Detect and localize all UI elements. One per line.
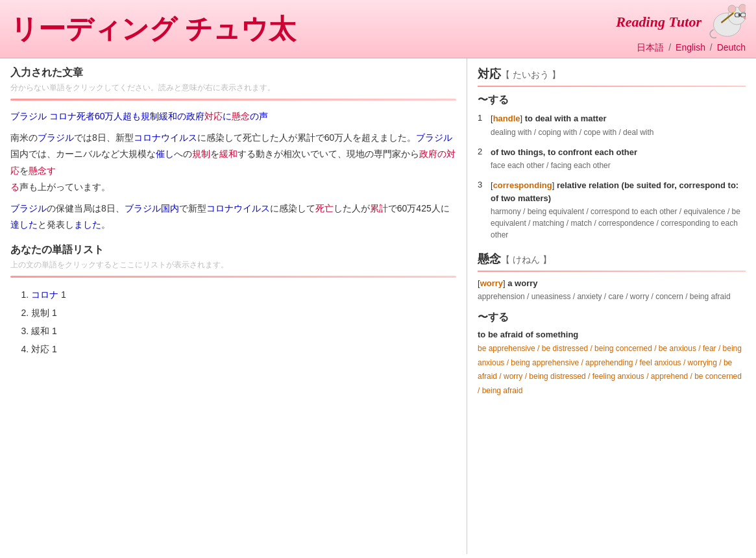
kisei-link-1[interactable]: 規制 (192, 149, 210, 159)
brazil-kounai-link[interactable]: ブラジル国内 (125, 203, 179, 213)
keyword-handle: handle (493, 114, 520, 123)
tasshita-link[interactable]: 達した (10, 219, 38, 230)
list-item: 緩和 1 (31, 322, 456, 340)
lang-german-link[interactable]: Deutch (717, 42, 746, 53)
kenen-simple-synonyms: apprehension / uneasiness / anxiety / ca… (478, 291, 746, 303)
article-headline: ブラジル コロナ死者60万人超も規制緩和の政府対応に懸念の声 (10, 108, 456, 125)
input-section-title: 入力された文章 (10, 66, 456, 80)
main-container: 入力された文章 分からない単語をクリックしてください。読みと意味が右に表示されま… (0, 58, 756, 554)
word-list-hint: 上の文の単語をクリックするとここにリストが表示されます。 (10, 260, 456, 271)
def-content-1: [handle] to deal with a matter dealing w… (491, 112, 746, 138)
def-syn-3: harmony / being equivalent / correspond … (491, 206, 746, 241)
def-main-3: [corresponding] relative relation (be su… (491, 179, 746, 204)
kenen-simple-def-text: a worry (507, 278, 537, 288)
corona-link-2[interactable]: コロナウイルス (206, 203, 270, 213)
word-list-section: あなたの単語リスト 上の文の単語をクリックするとここにリストが表示されます。 コ… (10, 243, 456, 358)
brand-area: Reading Tutor (616, 4, 746, 40)
brand-text: Reading Tutor (616, 14, 701, 30)
list-item: 対応 1 (31, 340, 456, 358)
kenen-suru-def-bold: to be afraid of something (478, 330, 746, 339)
entry-taiou-header: 対応【 たいおう 】 (478, 66, 746, 82)
lang-sep-2: / (710, 42, 715, 53)
kenen-link-headline[interactable]: 懸念 (232, 111, 250, 121)
list-item: 規制 1 (31, 304, 456, 322)
brazil-link-1[interactable]: ブラジル (38, 132, 74, 143)
keyword-corresponding: corresponding (493, 180, 552, 190)
def-item-1: 1 [handle] to deal with a matter dealing… (478, 112, 746, 138)
def-bold-1: to deal with a matter (525, 114, 607, 123)
right-panel: 対応【 たいおう 】 〜する 1 [handle] to deal with a… (467, 58, 756, 554)
article-para-1: 南米のブラジルでは8日、新型コロナウイルスに感染して死亡した人が累計で60万人を… (10, 130, 456, 195)
article-text: ブラジル コロナ死者60万人超も規制緩和の政府対応に懸念の声 南米のブラジルでは… (10, 108, 456, 233)
article-headline-link[interactable]: ブラジル コロナ死者60万人超も規制緩和の政府対応に懸念の声 (10, 111, 268, 121)
taiou-link-headline[interactable]: 対応 (204, 111, 223, 121)
def-syn-2: face each other / facing each other (491, 160, 746, 171)
def-content-3: [corresponding] relative relation (be su… (491, 179, 746, 241)
ruikei-link[interactable]: 累計 (370, 203, 388, 213)
lang-english-link[interactable]: English (676, 42, 705, 53)
svg-point-2 (728, 5, 736, 13)
reading-tutor-mascot-icon (707, 4, 746, 40)
def-num-3: 3 (478, 179, 487, 241)
keyword-worry: worry (480, 278, 503, 288)
brazil-link-2[interactable]: ブラジル (416, 132, 452, 143)
kanwa-link-1[interactable]: 緩和 (219, 149, 238, 159)
def-syn-1: dealing with / coping with / cope with /… (491, 127, 746, 138)
corona-link-1[interactable]: コロナウイルス (134, 132, 197, 143)
moyoshi-link[interactable]: 催し (156, 149, 174, 159)
kenen-suru-label: 〜する (478, 311, 746, 324)
kenen-divider (478, 271, 746, 272)
header-right: Reading Tutor (616, 4, 746, 54)
input-section-hint: 分からない単語をクリックしてください。読みと意味が右に表示されます。 (10, 82, 456, 93)
left-panel: 入力された文章 分からない単語をクリックしてください。読みと意味が右に表示されま… (0, 58, 467, 554)
kenen-suru-synonyms: be apprehensive / be distressed / being … (478, 342, 746, 398)
def-item-3: 3 [corresponding] relative relation (be … (478, 179, 746, 241)
word-link-1[interactable]: コロナ (31, 289, 58, 300)
entry-kenen: 懸念【 けねん 】 [worry] a worry apprehension /… (478, 251, 746, 398)
page-header: リーディング チュウ太 Reading Tutor (0, 0, 756, 58)
entry-kenen-reading: 【 けねん 】 (501, 254, 552, 265)
input-divider (10, 99, 456, 101)
article-para-2: ブラジルの保健当局は8日、ブラジル国内で新型コロナウイルスに感染して死亡した人が… (10, 200, 456, 233)
language-nav: 日本語 / English / Deutch (637, 42, 746, 54)
svg-point-3 (739, 5, 746, 12)
list-item: コロナ 1 (31, 285, 456, 304)
word-list-title: あなたの単語リスト (10, 243, 456, 257)
taiou-suru-label: 〜する (478, 93, 746, 107)
word-list: コロナ 1 規制 1 緩和 1 対応 1 (10, 285, 456, 358)
def-main-2: of two things, to confront each other (491, 146, 746, 159)
def-item-2: 2 of two things, to confront each other … (478, 146, 746, 172)
lang-sep-1: / (668, 42, 674, 53)
brazil-health-link[interactable]: ブラジル (10, 203, 47, 213)
kenen-simple-def: [worry] a worry (478, 278, 746, 288)
entry-kenen-header: 懸念【 けねん 】 (478, 251, 746, 267)
word-list-divider (10, 276, 456, 278)
def-num-1: 1 (478, 112, 487, 138)
def-main-1: [handle] to deal with a matter (491, 112, 746, 125)
shibo-link[interactable]: 死亡 (315, 203, 334, 213)
def-bold-2: of two things, to confront each other (491, 147, 637, 157)
lang-japanese-link[interactable]: 日本語 (637, 42, 664, 53)
taiou-divider (478, 86, 746, 87)
entry-taiou: 対応【 たいおう 】 〜する 1 [handle] to deal with a… (478, 66, 746, 241)
def-num-2: 2 (478, 146, 487, 172)
entry-taiou-reading: 【 たいおう 】 (501, 69, 561, 80)
happyo-link[interactable]: ました (74, 219, 101, 230)
def-content-2: of two things, to confront each other fa… (491, 146, 746, 172)
page-title: リーディング チュウ太 (10, 11, 296, 47)
